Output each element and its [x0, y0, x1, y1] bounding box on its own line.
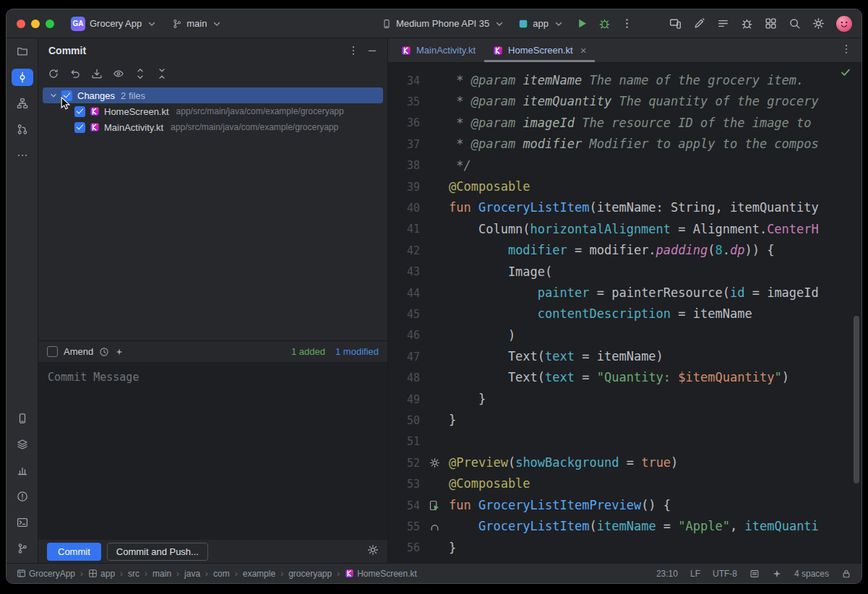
lock-icon[interactable]: [841, 569, 851, 579]
zoom-window-button[interactable]: [46, 20, 54, 28]
logcat-tool-icon[interactable]: [12, 436, 33, 453]
close-tab-icon[interactable]: ×: [580, 45, 587, 56]
code-line: 48 Text(text = "Quantity: $itemQuantity"…: [388, 367, 861, 388]
project-name: Grocery App: [90, 18, 142, 29]
ai-assistant-spark-icon[interactable]: [772, 569, 782, 579]
commit-button[interactable]: Commit: [47, 543, 101, 561]
kotlin-file-icon: [493, 46, 503, 56]
tab-list-kebab-icon[interactable]: [831, 43, 861, 58]
code-line: 56}: [388, 538, 861, 559]
device-selector[interactable]: Medium Phone API 35: [377, 15, 510, 33]
breadcrumb-item[interactable]: GroceryApp: [17, 569, 75, 579]
gemini-icon[interactable]: [689, 14, 709, 33]
code-editor[interactable]: 34 * @param itemName The name of the gro…: [388, 63, 861, 563]
run-configuration-selector[interactable]: app: [513, 15, 570, 33]
structure-tool-icon[interactable]: [12, 95, 33, 112]
inspections-ok-check-icon[interactable]: [840, 66, 851, 81]
breadcrumb-separator: ›: [205, 569, 208, 579]
project-selector[interactable]: GA Grocery App: [66, 14, 163, 34]
collapse-all-icon[interactable]: [153, 66, 170, 82]
breadcrumb-item[interactable]: src: [128, 569, 139, 579]
commit-tool-icon[interactable]: [12, 69, 33, 86]
line-number: 47: [388, 350, 420, 363]
cursor-position-widget[interactable]: 23:10: [656, 569, 678, 579]
tab-HomeScreen.kt[interactable]: HomeScreen.kt×: [484, 38, 595, 62]
more-tool-windows-icon[interactable]: [12, 147, 33, 164]
statusbar: GroceryApp›app›src›main›java›com›example…: [7, 563, 861, 583]
changes-label: Changes: [77, 90, 115, 101]
terminal-tool-icon[interactable]: [12, 514, 33, 531]
breadcrumb-item[interactable]: com: [213, 569, 230, 579]
problems-tool-icon[interactable]: [12, 488, 33, 505]
traffic-lights: [17, 20, 54, 28]
encoding-widget[interactable]: UTF-8: [713, 569, 737, 579]
commit-and-push-button[interactable]: Commit and Push...: [107, 543, 208, 561]
breadcrumb-item[interactable]: HomeScreen.kt: [345, 569, 417, 579]
code-line: 45 contentDescription = itemName: [388, 304, 861, 324]
breadcrumb-item[interactable]: main: [152, 569, 171, 579]
shelve-icon[interactable]: [88, 66, 105, 82]
debug-button[interactable]: [595, 14, 614, 33]
device-manager-icon[interactable]: [713, 14, 733, 33]
code-line: 53@Composable: [388, 473, 861, 494]
minimize-window-button[interactable]: [31, 20, 40, 28]
panel-options-kebab-icon[interactable]: [344, 42, 363, 59]
file-checkbox[interactable]: [74, 122, 85, 133]
commit-options-gear-icon[interactable]: [367, 544, 379, 559]
preview-settings-icon[interactable]: [429, 457, 440, 468]
amend-label: Amend: [64, 346, 93, 357]
file-row[interactable]: MainActivity.ktapp/src/main/java/com/exa…: [38, 119, 387, 135]
running-devices-icon[interactable]: [666, 14, 685, 33]
commit-history-clock-icon[interactable]: [99, 347, 109, 357]
hide-panel-icon[interactable]: [363, 42, 382, 59]
tab-MainActivity.kt[interactable]: MainActivity.kt: [392, 38, 484, 62]
amend-checkbox[interactable]: [47, 346, 58, 357]
line-number: 53: [388, 478, 420, 491]
changes-row[interactable]: Changes 2 files: [43, 87, 383, 103]
editor-scrollbar[interactable]: [854, 316, 859, 483]
line-separator-widget[interactable]: LF: [690, 569, 700, 579]
code-line: 44 painter = painterResource(id = imageI…: [388, 283, 861, 304]
breadcrumb-item[interactable]: app: [88, 569, 115, 579]
indent-widget[interactable]: 4 spaces: [794, 569, 829, 579]
app-quality-insights-tool-icon[interactable]: [12, 462, 33, 479]
expand-all-icon[interactable]: [132, 66, 148, 82]
run-button[interactable]: [572, 14, 592, 33]
proj-icon: [17, 569, 26, 578]
reader-mode-icon[interactable]: [749, 569, 760, 579]
search-icon[interactable]: [785, 14, 804, 33]
close-window-button[interactable]: [17, 20, 25, 28]
rollback-icon[interactable]: [66, 66, 83, 82]
code-line: 34 * @param itemName The name of the gro…: [388, 70, 861, 91]
ai-spark-icon[interactable]: [115, 348, 124, 356]
breadcrumb-separator: ›: [145, 569, 147, 579]
app-inspection-icon[interactable]: [737, 14, 757, 33]
preview-diff-icon[interactable]: [110, 66, 126, 82]
run-preview-icon[interactable]: [429, 500, 440, 511]
running-devices-tool-icon[interactable]: [12, 410, 33, 427]
breadcrumb-item[interactable]: groceryapp: [288, 569, 332, 579]
file-checkbox[interactable]: [74, 106, 85, 117]
commit-message-input[interactable]: Commit Message: [38, 362, 387, 540]
pull-requests-tool-icon[interactable]: [12, 121, 33, 138]
branch-selector[interactable]: main: [167, 15, 228, 33]
kotlin-file-icon: [401, 46, 411, 56]
line-number: 44: [388, 287, 420, 300]
code-line: 47 Text(text = itemName): [388, 346, 861, 367]
line-number: 37: [388, 138, 420, 151]
more-actions-kebab-icon[interactable]: [617, 14, 637, 33]
version-control-tool-icon[interactable]: [12, 540, 33, 557]
file-row[interactable]: HomeScreen.ktapp/src/main/java/com/examp…: [38, 103, 387, 119]
line-number: 41: [388, 223, 420, 236]
chevron-down-icon: [211, 18, 223, 30]
breadcrumb-item[interactable]: java: [184, 569, 200, 579]
project-tool-icon[interactable]: [12, 43, 33, 60]
settings-gear-icon[interactable]: [809, 14, 828, 33]
user-avatar[interactable]: [835, 15, 853, 33]
profiler-icon[interactable]: [761, 14, 781, 33]
refresh-icon[interactable]: [45, 66, 61, 82]
device-name: Medium Phone API 35: [396, 18, 489, 29]
breadcrumb-item[interactable]: example: [243, 569, 275, 579]
file-name: MainActivity.kt: [104, 122, 163, 133]
compose-preview-icon[interactable]: [429, 521, 440, 532]
